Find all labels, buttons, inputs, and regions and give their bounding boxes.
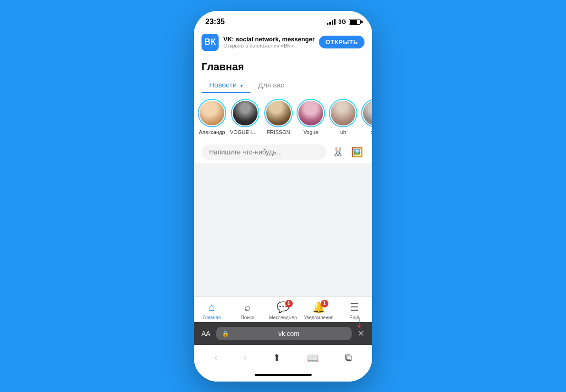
post-input[interactable] [201,144,326,160]
story-label-frisson: FRISSON [267,129,290,135]
network-label: 3G [338,19,346,25]
phone-frame: 23:35 3G ВК VK: social network, messenge… [194,11,372,382]
battery-icon [349,19,361,25]
nav-label-search: Поиск [241,315,254,320]
story-item[interactable]: uh [329,99,357,135]
story-avatar-vogue2 [297,100,324,126]
story-item[interactable]: FRISSON [264,99,293,135]
signal-bars-icon [327,19,336,25]
chevron-down-icon: ▾ [240,83,243,88]
main-content: Главная Новости ▾ Для вас Александр [194,55,372,296]
browser-url-text: vk.com [232,330,346,337]
emoji-button[interactable]: 🐰 [330,144,345,160]
app-banner-text: VK: social network, messenger Открыть в … [223,36,319,48]
story-label-vogue2: Vogue [303,129,318,135]
app-banner-title: VK: social network, messenger [223,36,319,43]
stories-container: Александр VOGUE IS ... FRISSON Vogue [194,93,372,141]
tabs-bar: Новости ▾ Для вас [194,77,372,93]
browser-aa-button[interactable]: AA [201,330,211,337]
notifications-badge: 1 [321,300,328,307]
open-app-button[interactable]: ОТКРЫТЬ [319,36,365,48]
home-indicator [194,370,372,382]
status-time: 23:35 [205,18,225,26]
story-avatar-uh [330,100,356,126]
home-icon: ⌂ [209,301,215,314]
search-icon: ⌕ [244,301,250,314]
story-label-vogue: VOGUE IS ... [230,129,260,135]
feed-area [194,164,372,296]
red-arrow-indicator: ↓ [355,313,364,330]
tab-novosti[interactable]: Новости ▾ [201,77,250,93]
vk-app-icon: ВК [201,34,219,51]
story-avatar-vogue [232,100,259,126]
nav-label-home: Главная [202,315,221,320]
story-label-aleksandr: Александр [199,129,225,135]
status-bar: 23:35 3G [194,11,372,30]
nav-item-search[interactable]: ⌕ Поиск [230,301,265,320]
story-label-col: со... [371,129,372,135]
browser-forward-button[interactable]: › [240,350,251,365]
messenger-badge: 1 [285,300,293,307]
nav-item-notifications[interactable]: 🔔 1 Уведомления [301,301,336,320]
nav-label-notifications: Уведомления [304,315,334,320]
story-item[interactable]: Александр [198,99,226,135]
story-label-uh: uh [340,129,346,135]
nav-item-more[interactable]: ☰ Ещё [336,301,372,320]
nav-item-home[interactable]: ⌂ Главная [194,301,230,320]
browser-share-button[interactable]: ⬆ [269,350,285,365]
bottom-nav: ⌂ Главная ⌕ Поиск 💬 1 Мессенджер 🔔 1 Уве… [194,296,372,322]
page-title: Главная [194,55,372,77]
vk-logo: ВК [204,37,216,47]
browser-bookmarks-button[interactable]: 📖 [303,350,323,365]
status-icons: 3G [327,19,361,25]
app-banner: ВК VK: social network, messenger Открыть… [194,30,372,55]
story-item[interactable]: VOGUE IS ... [230,99,260,135]
app-banner-subtitle: Открыть в приложении «ВК» [223,43,319,48]
browser-back-button[interactable]: ‹ [211,350,221,365]
browser-tabs-button[interactable]: ⧉ [341,350,355,365]
nav-label-messenger: Мессенджер [269,315,297,320]
nav-item-messenger[interactable]: 💬 1 Мессенджер [265,301,301,320]
post-input-row: 🐰 🖼️ [194,141,372,164]
story-item[interactable]: Vogue [297,99,325,135]
browser-bar: AA 🔒 vk.com ✕ [194,322,372,345]
story-avatar-col [362,100,372,126]
tab-dlya-vas[interactable]: Для вас [250,77,292,93]
browser-controls: ‹ › ⬆ 📖 ⧉ [194,345,372,370]
image-button[interactable]: 🖼️ [349,144,365,160]
lock-icon: 🔒 [222,330,229,337]
story-avatar-aleksandr [199,100,225,126]
story-item[interactable]: со... [361,99,372,135]
browser-url-box[interactable]: 🔒 vk.com [216,327,352,340]
story-avatar-frisson [265,100,292,126]
